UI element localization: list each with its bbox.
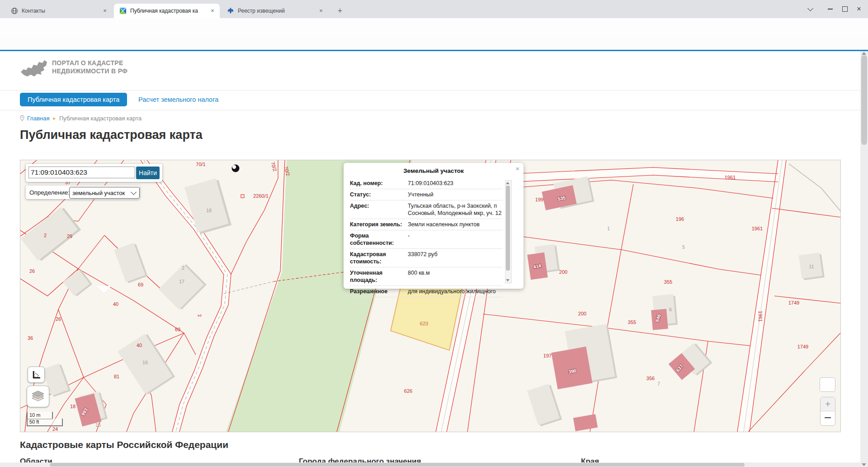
maximize-button[interactable]: [839, 4, 851, 14]
bookmarks-bar: Все закладки: [0, 38, 868, 50]
map-label: 1961: [752, 226, 763, 231]
popup-row: Адрес:Тульская область, р-н Заокский, п …: [350, 200, 503, 219]
scroll-thumb[interactable]: [506, 186, 510, 271]
scroll-down-icon[interactable]: [862, 463, 866, 466]
map-label: 7: [657, 381, 660, 386]
nav-tab-cadastral-map[interactable]: Публичная кадастровая карта: [20, 93, 127, 106]
section-title: Кадастровые карты Российской Федерации: [20, 439, 228, 450]
zoom-in-button[interactable]: +: [821, 397, 835, 411]
map-label: 18: [70, 404, 75, 409]
parcel-info-popup: Земельный участок × Кад. номер:71:09:010…: [344, 163, 524, 289]
browser-tab-strip: Контакты × Публичная кадастровая ка × Ре…: [0, 0, 868, 18]
popup-scrollbar[interactable]: [505, 180, 512, 283]
map-label: 24: [52, 426, 58, 432]
map-home-button[interactable]: [820, 377, 835, 392]
map-label: 81: [114, 374, 119, 379]
scroll-thumb[interactable]: [861, 55, 867, 145]
map-label: 2: [182, 265, 184, 271]
popup-title: Земельный участок: [344, 167, 524, 174]
map-label: 1749: [797, 344, 808, 349]
breadcrumb-home-link[interactable]: Главная: [27, 115, 49, 122]
window-close-button[interactable]: ×: [853, 4, 865, 14]
map-label: 69: [138, 282, 143, 287]
minimize-button[interactable]: [824, 4, 836, 14]
map-label: 626: [404, 388, 412, 394]
map-label: 26: [29, 268, 35, 274]
tab-cadastral-map[interactable]: Публичная кадастровая ка ×: [114, 4, 220, 18]
map-label: 17: [179, 279, 184, 284]
popup-row: Кад. номер:71:09:010403:623: [350, 178, 503, 189]
filter-select[interactable]: земельный участок: [69, 187, 140, 199]
search-button[interactable]: Найти: [136, 167, 160, 179]
scroll-up-icon[interactable]: [862, 52, 866, 55]
popup-rows: Кад. номер:71:09:010403:623Статус:Учтенн…: [350, 178, 503, 297]
map-label: 200: [578, 311, 586, 316]
map-container: 3770/170/270/22260/118229266921740263669…: [20, 160, 841, 432]
tab-registry[interactable]: Реестр извещений ×: [222, 4, 328, 18]
map-filter-card: Определение: земельный участок: [26, 186, 140, 199]
new-tab-button[interactable]: +: [334, 5, 346, 17]
tab-contacts[interactable]: Контакты ×: [5, 4, 112, 18]
tab-search-chevron-icon[interactable]: [804, 4, 816, 14]
breadcrumb-arrow-icon: ▸: [53, 115, 56, 121]
popup-row: Форма собственности:-: [350, 230, 503, 249]
popup-tail: [97, 286, 111, 293]
map-label: 355: [628, 319, 636, 325]
pkk-icon: [119, 7, 127, 14]
map-search-card: Найти: [26, 164, 162, 182]
map-label: 200: [559, 269, 567, 275]
map-label: 18: [206, 208, 212, 213]
tab-close-icon[interactable]: ×: [209, 7, 216, 14]
popup-row: Статус:Учтенный: [350, 189, 503, 200]
horizontal-scrollbar[interactable]: [0, 462, 860, 467]
tab-title: Контакты: [22, 8, 98, 14]
map-label: 29: [67, 234, 72, 239]
map-label: 1749: [788, 300, 799, 305]
zoom-control: + −: [820, 397, 835, 426]
logo-line1: ПОРТАЛ О КАДАСТРЕ: [52, 59, 123, 67]
map-label: 40: [113, 301, 118, 307]
tab-title: Публичная кадастровая ка: [130, 8, 205, 14]
chevron-down-icon: [131, 189, 137, 195]
map-label: 197: [543, 353, 552, 358]
map-label: 199: [535, 197, 543, 202]
zoom-out-button[interactable]: −: [821, 411, 835, 425]
globe-icon: [11, 7, 18, 14]
search-input[interactable]: [28, 167, 135, 178]
filter-label: Определение:: [29, 189, 70, 196]
breadcrumb-current: Публичная кадастровая карта: [59, 115, 142, 122]
pin-icon: [20, 115, 24, 121]
tab-title: Реестр извещений: [238, 8, 314, 14]
layers-icon: [31, 390, 45, 403]
map-label: 36: [28, 335, 33, 341]
page-title: Публичная кадастровая карта: [20, 128, 203, 142]
logo-line2: НЕДВИЖИМОСТИ В РФ: [52, 67, 127, 75]
tab-close-icon[interactable]: ×: [317, 7, 325, 14]
map-label: 11: [809, 264, 814, 269]
map-label: 356: [646, 376, 655, 381]
map-label: 1961: [725, 175, 736, 180]
map-label: 355: [664, 279, 672, 285]
map-label: 2: [44, 233, 47, 238]
popup-row: Уточненная площадь:800 кв.м: [350, 267, 503, 286]
measure-button[interactable]: [28, 367, 45, 383]
ruler-icon: [32, 370, 41, 379]
nav-tab-land-tax[interactable]: Расчет земельного налога: [138, 93, 218, 106]
vertical-scrollbar[interactable]: [860, 51, 868, 467]
scroll-down-icon[interactable]: [506, 279, 509, 281]
popup-row: Кадастровая стоимость:338072 руб: [350, 249, 503, 267]
building-registered: [551, 347, 592, 389]
filter-value: земельный участок: [72, 190, 125, 196]
eagle-icon: [227, 7, 234, 14]
compass-icon: [232, 165, 240, 172]
map-label: 1961: [758, 311, 763, 322]
tab-close-icon[interactable]: ×: [101, 7, 108, 14]
divider: [0, 90, 860, 91]
map-label: 623: [420, 321, 428, 326]
layers-button[interactable]: [27, 386, 49, 407]
page-body: ПОРТАЛ О КАДАСТРЕ НЕДВИЖИМОСТИ В РФ Публ…: [0, 51, 860, 467]
popup-close-icon[interactable]: ×: [515, 165, 519, 172]
scroll-thumb[interactable]: [50, 463, 745, 467]
map-label: 1: [607, 226, 610, 231]
scroll-up-icon[interactable]: [506, 182, 509, 184]
